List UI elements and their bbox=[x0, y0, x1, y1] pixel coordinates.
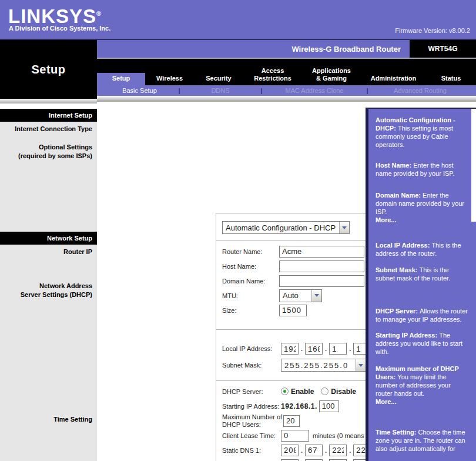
product-banner: Wireless-G Broadband Router WRT54G bbox=[97, 40, 476, 58]
tab-applications-gaming[interactable]: Applications & Gaming bbox=[302, 59, 361, 85]
dot-separator: . bbox=[347, 447, 353, 454]
sidebar-label-optional-settings: Optional Settings (required by some ISPs… bbox=[0, 143, 97, 161]
local-ip-octet-1[interactable] bbox=[281, 343, 299, 355]
radio-selected-icon bbox=[283, 390, 286, 393]
client-lease-input[interactable] bbox=[281, 430, 309, 442]
dns2-octet-1[interactable] bbox=[281, 459, 299, 461]
help-term: Host Name: bbox=[376, 162, 413, 169]
help-section: Host Name:Enter the host name provided b… bbox=[376, 161, 469, 178]
max-dhcp-users-label: Maximum Number of DHCP Users: bbox=[222, 413, 283, 429]
sidebar-divider-strip bbox=[0, 99, 97, 103]
subnet-mask-select[interactable]: 255.255.255.0 bbox=[281, 359, 366, 372]
model-number: WRT54G bbox=[410, 40, 476, 58]
sidebar-gap bbox=[0, 103, 97, 109]
size-label: Size: bbox=[222, 307, 279, 314]
more-link[interactable]: More... bbox=[376, 216, 469, 224]
header: LINKSYS® A Division of Cisco Systems, In… bbox=[0, 0, 476, 40]
main-content: Automatic Configuration - DHCP Router Na… bbox=[97, 102, 366, 461]
domain-name-input[interactable] bbox=[279, 275, 364, 287]
main-nav: Setup Wireless Security Access Restricti… bbox=[97, 58, 476, 85]
subnav-advanced-routing[interactable]: Advanced Routing bbox=[376, 87, 464, 94]
size-input bbox=[279, 305, 307, 316]
tab-access-restrictions[interactable]: Access Restrictions bbox=[243, 59, 302, 85]
dns1-octet-1[interactable] bbox=[281, 445, 299, 456]
subnav-basic-setup[interactable]: Basic Setup bbox=[109, 87, 170, 94]
help-panel: Automatic Configuration - DHCP:This sett… bbox=[366, 108, 476, 461]
help-section: Time Setting:Choose the time zone you ar… bbox=[376, 428, 469, 453]
dot-separator: . bbox=[323, 345, 329, 352]
tab-security[interactable]: Security bbox=[194, 59, 243, 85]
dropdown-button[interactable] bbox=[339, 222, 349, 233]
firmware-version: Firmware Version: v8.00.2 bbox=[395, 27, 470, 34]
max-dhcp-users-input[interactable] bbox=[283, 415, 300, 427]
router-name-label: Router Name: bbox=[222, 248, 279, 255]
dhcp-disable-label: Disable bbox=[331, 387, 356, 396]
help-section: Automatic Configuration - DHCP:This sett… bbox=[376, 116, 469, 149]
tab-administration[interactable]: Administration bbox=[361, 59, 426, 85]
static-dns1-label: Static DNS 1: bbox=[222, 447, 281, 454]
subnav-separator: | bbox=[170, 87, 188, 94]
sidebar-label-time-setting: Time Setting bbox=[0, 415, 97, 424]
dns1-octet-3[interactable] bbox=[329, 445, 347, 456]
starting-ip-label: Starting IP Address: bbox=[222, 403, 281, 410]
more-link[interactable]: More... bbox=[376, 397, 469, 406]
tab-wireless[interactable]: Wireless bbox=[145, 59, 194, 85]
help-term: Time Setting: bbox=[376, 429, 418, 436]
tab-setup[interactable]: Setup bbox=[97, 59, 145, 85]
local-ip-label: Local IP Address: bbox=[222, 345, 281, 352]
dhcp-disable-radio[interactable] bbox=[321, 387, 328, 395]
dhcp-enable-radio[interactable] bbox=[281, 387, 289, 395]
help-term: Local IP Address: bbox=[376, 242, 431, 249]
sidebar: Setup Internet Setup Internet Connection… bbox=[0, 40, 97, 461]
sub-nav: Basic Setup | DDNS | MAC Address Clone |… bbox=[97, 85, 476, 96]
help-section: Domain Name:Enter the domain name provid… bbox=[376, 191, 469, 224]
mtu-label: MTU: bbox=[222, 292, 279, 299]
client-lease-label: Client Lease Time: bbox=[222, 432, 281, 439]
help-panel-edge bbox=[471, 109, 476, 222]
subnet-mask-label: Subnet Mask: bbox=[222, 362, 281, 369]
dot-separator: . bbox=[299, 447, 305, 454]
local-ip-octet-3[interactable] bbox=[329, 343, 347, 355]
dropdown-button[interactable] bbox=[356, 359, 366, 371]
section-header-network-setup: Network Setup bbox=[0, 232, 97, 245]
starting-ip-input[interactable] bbox=[319, 400, 339, 412]
mtu-select[interactable]: Auto bbox=[279, 289, 322, 302]
help-section: Local IP Address:This is the address of … bbox=[376, 241, 469, 258]
host-name-input[interactable] bbox=[279, 260, 364, 272]
sidebar-label-internet-connection-type: Internet Connection Type bbox=[0, 125, 97, 133]
subnav-separator: | bbox=[358, 87, 376, 94]
dns2-octet-2[interactable] bbox=[305, 459, 323, 461]
dns1-octet-2[interactable] bbox=[305, 445, 323, 456]
section-header-internet-setup: Internet Setup bbox=[0, 109, 97, 122]
sidebar-label-router-ip: Router IP bbox=[0, 248, 97, 256]
mtu-value: Auto bbox=[280, 290, 311, 302]
sidebar-label-dhcp-settings: Network Address Server Settings (DHCP) bbox=[0, 282, 97, 299]
dhcp-enable-label: Enable bbox=[291, 387, 314, 396]
subnav-separator: | bbox=[253, 87, 270, 94]
tab-status[interactable]: Status bbox=[426, 59, 476, 85]
dhcp-server-label: DHCP Server: bbox=[222, 388, 281, 395]
help-term: DHCP Server: bbox=[376, 308, 420, 315]
logo-text: LINKSYS bbox=[8, 5, 96, 27]
nav-bottom-strip bbox=[97, 96, 476, 102]
chevron-down-icon bbox=[314, 294, 319, 297]
host-name-label: Host Name: bbox=[222, 263, 279, 270]
dot-separator: . bbox=[347, 345, 353, 352]
help-section: Subnet Mask:This is the subnet mask of t… bbox=[376, 266, 469, 282]
router-name-input[interactable] bbox=[279, 246, 364, 258]
connection-type-value: Automatic Configuration - DHCP bbox=[223, 222, 339, 233]
subnav-mac-address-clone[interactable]: MAC Address Clone bbox=[270, 87, 358, 94]
router-admin-page: LINKSYS® A Division of Cisco Systems, In… bbox=[0, 0, 476, 461]
local-ip-octet-2[interactable] bbox=[305, 343, 323, 355]
help-section: DHCP Server:Allows the router to manage … bbox=[376, 307, 469, 323]
dot-separator: . bbox=[299, 345, 305, 352]
logo-tagline: A Division of Cisco Systems, Inc. bbox=[9, 25, 110, 32]
connection-type-select[interactable]: Automatic Configuration - DHCP bbox=[222, 221, 350, 234]
page-title: Setup bbox=[0, 40, 97, 99]
help-section: Maximum number of DHCP Users:You may lim… bbox=[376, 365, 469, 406]
subnav-ddns[interactable]: DDNS bbox=[188, 87, 253, 94]
dns2-octet-3[interactable] bbox=[329, 459, 347, 461]
help-term: Subnet Mask: bbox=[376, 266, 420, 273]
dropdown-button[interactable] bbox=[311, 290, 321, 302]
help-term: Starting IP Address: bbox=[376, 332, 439, 339]
